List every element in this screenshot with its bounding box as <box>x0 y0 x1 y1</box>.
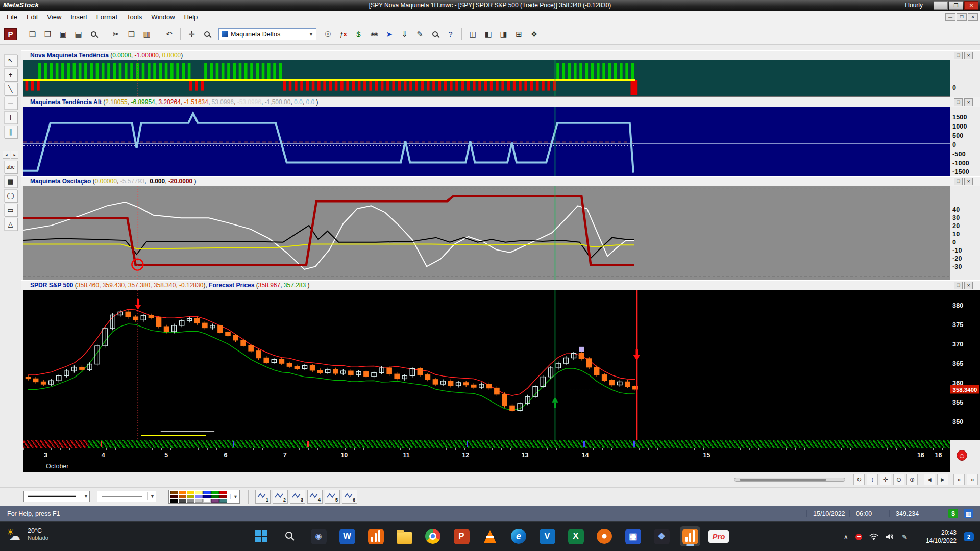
tile-horizontal-button[interactable]: ◨ <box>497 27 510 41</box>
print-preview-button[interactable] <box>87 27 101 41</box>
triangle-tool[interactable]: △ <box>4 218 17 231</box>
paste-button[interactable]: ▥ <box>140 27 154 41</box>
open-button[interactable]: ❐ <box>41 27 55 41</box>
new-window-button[interactable]: ◫ <box>466 27 480 41</box>
panel-header-3[interactable]: SPDR S&P 500 (358.460, 359.430, 357.380,… <box>21 280 980 290</box>
camera-app-icon[interactable]: ◉ <box>308 526 329 546</box>
panel-close-button-0[interactable]: ✕ <box>964 52 973 59</box>
color-swatch[interactable] <box>187 491 194 494</box>
powerpoint-icon[interactable]: P <box>451 526 472 546</box>
panel-close-button-2[interactable]: ✕ <box>964 178 973 185</box>
power-console-button[interactable]: P <box>4 28 17 40</box>
doc-restore-button[interactable]: ❐ <box>957 13 967 21</box>
trendline-tool[interactable]: ╲ <box>4 83 17 95</box>
chart-scrollbar-handle[interactable] <box>740 479 826 481</box>
menu-format[interactable]: Format <box>92 12 122 22</box>
panel-restore-button-2[interactable]: ❐ <box>954 178 963 185</box>
panel-header-0[interactable]: Nova Maquineta Tendência (0.0000, -1.000… <box>21 50 980 60</box>
color-swatch[interactable] <box>203 495 211 498</box>
chart-template-button-3[interactable]: 3 <box>290 490 305 504</box>
help-button[interactable]: ? <box>444 27 457 41</box>
open-report-button[interactable]: ⇓ <box>398 27 411 41</box>
panel-restore-button-0[interactable]: ❐ <box>954 52 963 59</box>
panel-close-button-1[interactable]: ✕ <box>964 98 973 106</box>
panel-restore-button-1[interactable]: ❐ <box>954 98 963 106</box>
metastock-taskbar-icon[interactable] <box>680 526 700 546</box>
zoom-button[interactable] <box>200 27 214 41</box>
scroll-right-button[interactable]: ▸ <box>11 151 18 159</box>
doc-minimize-button[interactable]: — <box>945 13 955 21</box>
cash-icon[interactable]: $ <box>948 509 958 518</box>
line-style-dropdown[interactable]: ▼ <box>23 491 90 502</box>
panel-header-1[interactable]: Maquineta Tendência Alt (2.18055, -6.899… <box>21 97 980 107</box>
color-swatch[interactable] <box>179 491 186 494</box>
color-swatch[interactable] <box>195 495 203 498</box>
scroll-right-button[interactable]: ► <box>937 474 948 485</box>
menu-file[interactable]: File <box>2 12 22 22</box>
restore-button[interactable]: ❐ <box>949 1 963 10</box>
color-swatch[interactable] <box>187 495 194 498</box>
color-swatch[interactable] <box>170 499 178 503</box>
layout-dropdown[interactable]: Maquineta Delfos▼ <box>218 28 316 40</box>
panel-restore-button-3[interactable]: ❐ <box>954 282 963 289</box>
doc-close-button[interactable]: ✕ <box>968 13 978 21</box>
chart-template-button-1[interactable]: 1 <box>255 490 271 504</box>
volume-icon[interactable] <box>886 533 895 540</box>
notification-badge[interactable]: 2 <box>964 532 974 541</box>
wifi-icon[interactable] <box>869 533 878 540</box>
chrome-icon[interactable] <box>423 526 443 546</box>
color-swatch[interactable] <box>203 499 211 503</box>
copy-button[interactable]: ❑ <box>125 27 138 41</box>
text-cursor-tool[interactable]: I <box>4 111 17 124</box>
word-icon[interactable]: W <box>337 526 357 546</box>
color-swatch[interactable] <box>179 499 186 503</box>
color-swatch[interactable] <box>219 495 227 498</box>
tile-vertical-button[interactable]: ◧ <box>481 27 495 41</box>
scan-button[interactable] <box>428 27 442 41</box>
chart-template-button-5[interactable]: 5 <box>325 490 340 504</box>
minimize-button[interactable]: — <box>934 1 948 10</box>
chart-icon[interactable]: ▥ <box>964 509 973 518</box>
metastock-pro-icon[interactable]: Pro <box>708 526 729 546</box>
chart-template-button-2[interactable]: 2 <box>273 490 288 504</box>
pen-icon[interactable]: ✎ <box>902 533 908 541</box>
chart-3[interactable] <box>23 290 950 440</box>
search-button[interactable] <box>280 526 300 546</box>
cut-button[interactable]: ✂ <box>109 27 123 41</box>
menu-insert[interactable]: Insert <box>66 12 92 22</box>
chart-template-button-6[interactable]: 6 <box>342 490 357 504</box>
crosshair-tool[interactable]: + <box>4 68 17 81</box>
start-button[interactable] <box>251 526 272 546</box>
menu-window[interactable]: Window <box>146 12 179 22</box>
color-swatch[interactable] <box>187 499 194 503</box>
save-button[interactable]: ▣ <box>56 27 70 41</box>
last-page-button[interactable]: » <box>967 474 978 485</box>
fit-vertical-button[interactable]: ↕ <box>867 474 878 485</box>
grid-window-button[interactable]: ⊞ <box>512 27 526 41</box>
taskbar-clock[interactable]: 20:43 14/10/2022 <box>926 529 957 545</box>
grid-tool[interactable]: ▦ <box>4 175 17 188</box>
menu-edit[interactable]: Edit <box>22 12 42 22</box>
file-explorer-icon[interactable] <box>394 526 414 546</box>
color-swatch[interactable] <box>195 491 203 494</box>
color-swatch[interactable] <box>219 499 227 503</box>
date-axis[interactable]: 345671011121314151616 <box>23 448 950 461</box>
explorer-button[interactable]: ◉◉ <box>367 27 381 41</box>
scroll-left-button[interactable]: ◄ <box>924 474 935 485</box>
calculator-icon[interactable]: ▦ <box>623 526 643 546</box>
color-swatch[interactable] <box>170 491 178 494</box>
vlc-icon[interactable] <box>480 526 500 546</box>
panel-close-button-3[interactable]: ✕ <box>964 282 973 289</box>
expert-advisor-button[interactable]: ✎ <box>413 27 427 41</box>
chart-template-button-4[interactable]: 4 <box>307 490 323 504</box>
pan-button[interactable]: ✛ <box>880 474 891 485</box>
workspace-button[interactable]: ❖ <box>527 27 541 41</box>
first-page-button[interactable]: « <box>953 474 965 485</box>
expert-advisor-icon[interactable]: ☺ <box>957 450 967 461</box>
downloader-button[interactable]: ➤ <box>382 27 396 41</box>
new-chart-button[interactable]: ❏ <box>26 27 39 41</box>
video-app-icon[interactable]: V <box>537 526 557 546</box>
menu-help[interactable]: Help <box>180 12 203 22</box>
parallel-lines-tool[interactable]: ∥ <box>4 126 17 138</box>
refresh-button[interactable]: ↻ <box>853 474 865 485</box>
